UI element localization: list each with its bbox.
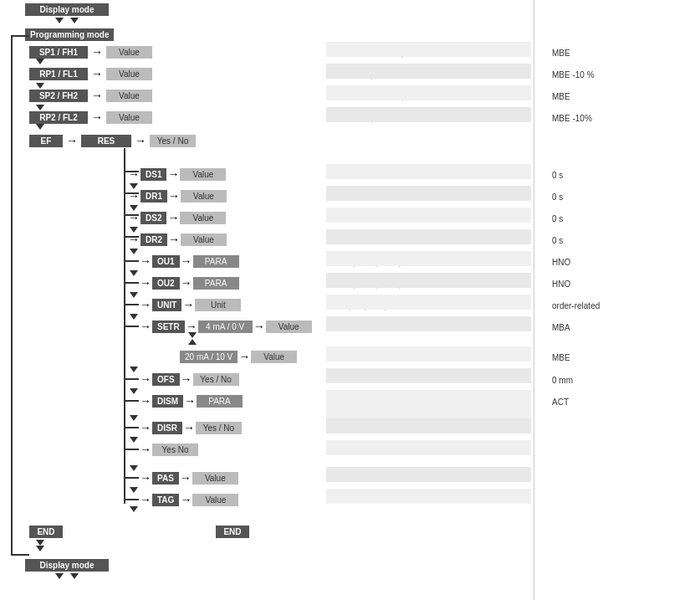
td3 [36,105,44,110]
arrow-setr-3: → [253,320,265,333]
td4 [36,124,44,130]
arrow-sp1: → [91,45,103,59]
bottom-h-line [11,554,29,556]
unit-label: UNIT [152,299,181,311]
bg-tag [326,489,531,504]
row-dr2: → DR2 → Value [124,233,227,246]
setr-4ma-label: 4 mA / 0 V [198,321,253,333]
td6 [130,205,138,211]
rp2fl2-default: MBE -10% [552,113,592,123]
arrow-setr: → [140,320,151,333]
setr-20ma-value: Value [251,351,297,363]
rp2fl2-value: Value [106,111,152,124]
dr1-label: DR1 [141,190,167,203]
sp2fh2-value: Value [106,90,152,102]
h-line-reset [124,449,139,450]
td5 [130,183,138,189]
row-rp1fl1: RP1 / FL1 → Value [29,67,152,80]
td10 [130,292,138,298]
dr2-label: DR2 [141,233,167,246]
ds1-value: Value [180,168,226,181]
vertical-divider [534,0,534,600]
row-dism: → DISM → PARA [124,394,243,408]
rp1fl1-default: MBE -10 % [552,69,595,79]
dr2-value: Value [181,233,227,246]
row-sp1fh1: SP1 / FH1 → Value [29,45,152,59]
diagram-container: Display mode Programming mode SP1 / FH1 … [0,0,700,600]
bg-dism [326,390,531,418]
ofs-default: 0 mm [552,375,573,385]
arrow-ou2-2: → [181,276,192,290]
arrow-between-sp1-rp1 [36,59,44,64]
row-ds1: → DS1 → Value [124,167,226,181]
td2 [36,83,44,89]
arrow-dr1-2: → [168,189,180,203]
ou1-value: PARA [193,255,239,268]
arrows-after-tag [130,506,138,512]
td13 [130,388,138,394]
dism-value: PARA [197,395,243,408]
td-final2 [70,573,79,579]
programming-mode-section: Programming mode [25,28,114,41]
dr1-value: Value [181,190,227,203]
rp1fl1-label: RP1 / FL1 [29,68,88,80]
arrow-disr: → [140,421,151,434]
ou1-label: OU1 [152,255,180,268]
arrow-ofs: → [140,372,151,386]
arrows-after-end [36,540,44,551]
bg-setr20 [326,346,531,362]
bg-sp2 [326,85,531,100]
disr-label: DISR [152,422,182,434]
ofs-value: Yes / No [193,373,239,386]
arrow-dr2: → [128,233,140,246]
row-reset: → Yes No [124,443,198,456]
arrow-down-1 [55,18,64,23]
display-mode-bottom-label: Display mode [25,559,109,572]
row-rp2fl2: RP2 / FL2 → Value [29,110,152,124]
td18 [130,506,138,512]
h-line-ou1 [124,260,139,262]
ds1-default: 0 s [552,170,563,180]
td20 [36,546,44,551]
td1 [36,59,44,64]
row-disr: → DISR → Yes / No [124,421,242,434]
arrow-disr-2: → [183,421,195,434]
sp1fh1-value: Value [106,46,152,59]
arrow-ou2: → [140,276,151,290]
bg-unit [326,295,531,310]
arrow-ef: → [66,134,78,147]
setr-4ma-value: Value [266,321,312,333]
setr-20ma-default: MBE [552,352,570,362]
rp1fl1-value: Value [106,68,152,80]
sp1fh1-label: SP1 / FH1 [29,46,88,59]
row-dr1: → DR1 → Value [124,189,227,203]
row-ds2: → DS2 → Value [124,211,226,224]
h-line-setr [124,326,139,327]
bg-dr2 [326,229,531,244]
row-setr-20ma: 20 mA / 10 V → Value [180,350,297,363]
arrow-dism-2: → [184,394,196,408]
td14 [130,415,138,421]
arrow-unit: → [140,298,151,311]
arrow-dr2-2: → [168,233,180,246]
reset-value: Yes No [152,444,198,456]
td15 [130,437,138,443]
td8 [130,249,138,254]
arrow-down-2 [70,18,79,23]
setr-label: SETR [152,321,185,333]
ou2-default: HNO [552,279,570,289]
arrow-ds1: → [128,167,140,181]
pas-value: Value [192,472,238,485]
dism-label: DISM [152,395,183,408]
arrow-ds2-2: → [167,211,179,224]
row-unit: → UNIT → Unit [124,298,241,311]
h-line-ds1 [124,171,139,172]
sp1fh1-default: MBE [552,48,570,58]
ou2-value: PARA [193,277,239,290]
td9 [130,270,138,276]
res-label: RES [81,135,131,147]
row-pas: → PAS → Value [124,471,238,485]
programming-mode-label: Programming mode [25,28,114,41]
row-ou1: → OU1 → PARA [124,254,239,268]
top-h-line [11,35,29,37]
